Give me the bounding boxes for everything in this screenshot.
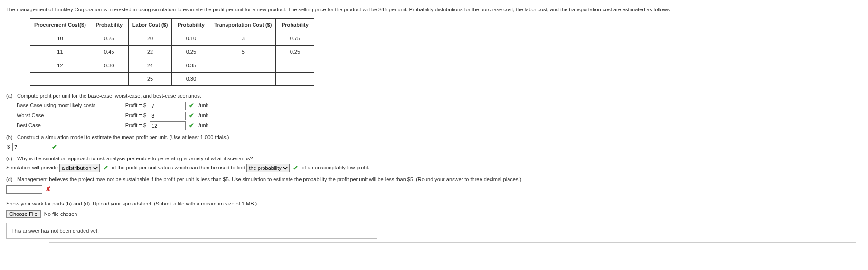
col-header: Probability [172, 19, 210, 32]
cell: 10 [30, 32, 90, 45]
cell: 0.75 [276, 32, 314, 45]
check-icon: ✔ [52, 143, 57, 150]
unit-label: /unit [198, 102, 208, 108]
cell: 20 [128, 32, 172, 45]
part-a: (a) Compute profit per unit for the base… [6, 93, 862, 130]
part-b-prompt: Construct a simulation model to estimate… [17, 134, 229, 141]
cell: 3 [210, 32, 276, 45]
probability-input[interactable] [6, 185, 42, 194]
cell: 0.30 [172, 72, 210, 85]
cell: 0.35 [172, 59, 210, 72]
part-d-answer: ✘ [6, 185, 862, 194]
col-header: Probability [90, 19, 128, 32]
table-header-row: Procurement Cost($) Probability Labor Co… [30, 19, 314, 32]
scenario-row: Base Case using most likely costs Profit… [17, 102, 862, 110]
mean-profit-input[interactable] [12, 143, 48, 151]
dollar-sign: $ [7, 144, 10, 149]
check-icon: ✔ [189, 112, 194, 119]
text-mid: of the profit per unit values which can … [112, 165, 245, 170]
cell [210, 72, 276, 85]
cell: 0.10 [172, 32, 210, 45]
cell [30, 72, 90, 85]
cell: 0.45 [90, 46, 128, 59]
graded-status-box: This answer has not been graded yet. [6, 223, 377, 239]
cost-distribution-table: Procurement Cost($) Probability Labor Co… [30, 18, 314, 86]
cell: 0.25 [90, 32, 128, 45]
select-distribution[interactable]: a distribution [59, 164, 100, 172]
cell: 0.30 [90, 59, 128, 72]
table-row: 12 0.30 24 0.35 [30, 59, 314, 72]
part-b: (b) Construct a simulation model to esti… [6, 134, 862, 151]
part-a-answers: Base Case using most likely costs Profit… [17, 102, 862, 130]
text-post: of an unacceptably low profit. [302, 165, 369, 170]
unit-label: /unit [198, 122, 208, 128]
check-icon: ✔ [189, 102, 194, 109]
col-header: Labor Cost ($) [128, 19, 172, 32]
table-row: 10 0.25 20 0.10 3 0.75 [30, 32, 314, 45]
part-label: (d) [6, 176, 16, 183]
cell [210, 59, 276, 72]
file-row: Choose File No file chosen [6, 210, 862, 218]
check-icon: ✔ [189, 122, 194, 129]
check-icon: ✔ [293, 164, 298, 171]
cell: 22 [128, 46, 172, 59]
cell [276, 72, 314, 85]
scenario-label: Base Case using most likely costs [17, 102, 112, 109]
part-b-answer: $ ✔ [6, 143, 862, 151]
scenario-label: Best Case [17, 122, 112, 129]
part-c-prompt: Why is the simulation approach to risk a… [17, 155, 253, 162]
cell [90, 72, 128, 85]
intro-text: The management of Brinkley Corporation i… [6, 6, 862, 13]
part-c: (c) Why is the simulation approach to ri… [6, 155, 862, 173]
cell: 0.25 [172, 46, 210, 59]
profit-label: Profit = $ [113, 122, 148, 129]
part-d-prompt: Management believes the project may not … [17, 176, 521, 183]
part-label: (a) [6, 93, 16, 100]
choose-file-button[interactable]: Choose File [6, 210, 41, 218]
question-container: The management of Brinkley Corporation i… [2, 2, 866, 249]
check-icon: ✔ [103, 164, 108, 171]
upload-section: Show your work for parts (b) and (d). Up… [6, 200, 862, 239]
divider [49, 242, 856, 243]
part-d: (d) Management believes the project may … [6, 176, 862, 194]
profit-label: Profit = $ [113, 112, 148, 119]
select-probability[interactable]: the probability [246, 164, 290, 172]
best-case-input[interactable] [150, 121, 186, 130]
worst-case-input[interactable] [150, 112, 186, 120]
col-header: Procurement Cost($) [30, 19, 90, 32]
wrong-icon: ✘ [46, 186, 51, 193]
cell: 5 [210, 46, 276, 59]
base-case-input[interactable] [150, 102, 186, 110]
profit-label: Profit = $ [113, 102, 148, 109]
cell: 0.25 [276, 46, 314, 59]
col-header: Transportation Cost ($) [210, 19, 276, 32]
file-status: No file chosen [44, 211, 77, 217]
scenario-row: Worst Case Profit = $ ✔ /unit [17, 112, 862, 120]
table-row: 25 0.30 [30, 72, 314, 85]
unit-label: /unit [198, 112, 208, 118]
scenario-label: Worst Case [17, 112, 112, 119]
cell: 24 [128, 59, 172, 72]
cell: 25 [128, 72, 172, 85]
part-a-prompt: Compute profit per unit for the base-cas… [17, 93, 201, 100]
cell: 11 [30, 46, 90, 59]
part-label: (b) [6, 134, 16, 141]
upload-prompt: Show your work for parts (b) and (d). Up… [6, 200, 862, 207]
part-c-answer: Simulation will provide a distribution ✔… [6, 164, 862, 172]
cell: 12 [30, 59, 90, 72]
part-label: (c) [6, 155, 16, 162]
text-pre: Simulation will provide [6, 165, 58, 170]
scenario-row: Best Case Profit = $ ✔ /unit [17, 121, 862, 130]
col-header: Probability [276, 19, 314, 32]
table-row: 11 0.45 22 0.25 5 0.25 [30, 46, 314, 59]
cell [276, 59, 314, 72]
